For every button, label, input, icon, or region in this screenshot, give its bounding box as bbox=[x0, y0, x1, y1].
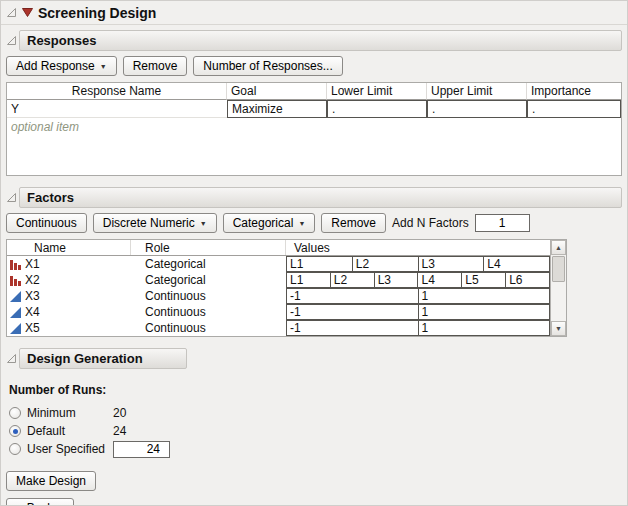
radio-label: User Specified bbox=[27, 442, 113, 456]
factor-name[interactable]: X3 bbox=[25, 289, 40, 303]
add-n-factors-input[interactable] bbox=[475, 214, 530, 232]
factor-role[interactable]: Continuous bbox=[131, 288, 286, 304]
disclosure-icon[interactable] bbox=[6, 35, 17, 46]
disclosure-icon[interactable] bbox=[6, 192, 17, 203]
factor-role[interactable]: Categorical bbox=[131, 272, 286, 288]
screening-design-window: Screening Design Responses Add Response … bbox=[0, 0, 628, 506]
factor-value-cell[interactable]: L3 bbox=[374, 272, 419, 288]
add-n-factors-label: Add N Factors bbox=[392, 216, 469, 230]
design-generation-section: Design Generation Number of Runs: Minimu… bbox=[1, 337, 627, 506]
number-of-responses-button[interactable]: Number of Responses... bbox=[193, 56, 342, 76]
factor-value-cell[interactable]: L1 bbox=[286, 272, 331, 288]
remove-response-button[interactable]: Remove bbox=[123, 56, 188, 76]
factor-value-cell[interactable]: -1 bbox=[286, 320, 419, 336]
minimum-runs-value: 20 bbox=[113, 406, 153, 420]
disclosure-icon[interactable] bbox=[6, 7, 17, 18]
design-generation-header[interactable]: Design Generation bbox=[19, 348, 187, 369]
radio-option-default[interactable]: Default 24 bbox=[9, 422, 622, 440]
chevron-down-icon: ▼ bbox=[200, 220, 207, 227]
factor-value-cell[interactable]: L1 bbox=[286, 256, 353, 272]
optional-item-row[interactable]: optional item bbox=[7, 118, 621, 135]
continuous-button[interactable]: Continuous bbox=[6, 213, 87, 233]
radio-option-minimum[interactable]: Minimum 20 bbox=[9, 404, 622, 422]
response-goal-cell[interactable]: Maximize bbox=[227, 100, 327, 118]
continuous-icon bbox=[10, 323, 21, 334]
factors-header[interactable]: Factors bbox=[19, 187, 622, 208]
column-header-role: Role bbox=[131, 240, 286, 255]
titlebar: Screening Design bbox=[1, 1, 627, 25]
red-triangle-menu-icon[interactable] bbox=[22, 8, 33, 17]
response-lower-limit-cell[interactable]: . bbox=[327, 100, 427, 118]
continuous-icon bbox=[10, 291, 21, 302]
factor-value-cell[interactable]: -1 bbox=[286, 288, 419, 304]
factor-role[interactable]: Categorical bbox=[131, 256, 286, 272]
factor-row: X1 Categorical L1 L2 L3 L4 bbox=[7, 256, 550, 272]
column-header-importance: Importance bbox=[527, 83, 621, 100]
radio-button[interactable] bbox=[9, 443, 21, 455]
factor-value-cell[interactable]: 1 bbox=[418, 320, 551, 336]
factor-row: X2 Categorical L1 L2 L3 L4 L5 L6 bbox=[7, 272, 550, 288]
factor-name[interactable]: X5 bbox=[25, 321, 40, 335]
factor-value-cell[interactable]: -1 bbox=[286, 304, 419, 320]
disclosure-icon[interactable] bbox=[6, 353, 17, 364]
factor-name[interactable]: X2 bbox=[25, 273, 40, 287]
factor-row: X3 Continuous -1 1 bbox=[7, 288, 550, 304]
column-header-response-name: Response Name bbox=[7, 83, 227, 100]
responses-table: Response Name Goal Lower Limit Upper Lim… bbox=[6, 82, 622, 176]
factor-name[interactable]: X1 bbox=[25, 257, 40, 271]
radio-button[interactable] bbox=[9, 407, 21, 419]
categorical-icon bbox=[10, 275, 21, 286]
radio-option-user-specified[interactable]: User Specified bbox=[9, 440, 622, 458]
categorical-icon bbox=[10, 259, 21, 270]
factors-scrollbar[interactable]: ▲ ▼ bbox=[550, 240, 566, 336]
add-response-button[interactable]: Add Response ▼ bbox=[6, 56, 117, 76]
page-title: Screening Design bbox=[38, 5, 156, 21]
remove-factor-button[interactable]: Remove bbox=[321, 213, 386, 233]
scroll-down-button[interactable]: ▼ bbox=[551, 321, 566, 336]
scrollbar-thumb[interactable] bbox=[552, 256, 565, 282]
back-button[interactable]: Back bbox=[6, 498, 74, 506]
chevron-down-icon: ▼ bbox=[100, 63, 107, 70]
response-importance-cell[interactable]: . bbox=[527, 100, 621, 118]
factors-table: Name Role Values X1 Categorical L1 bbox=[6, 239, 567, 337]
radio-label: Default bbox=[27, 424, 113, 438]
responses-section: Responses Add Response ▼ Remove Number o… bbox=[1, 25, 627, 176]
column-header-upper-limit: Upper Limit bbox=[427, 83, 527, 100]
factor-value-cell[interactable]: L4 bbox=[417, 272, 462, 288]
factors-section: Factors Continuous Discrete Numeric ▼ Ca… bbox=[1, 176, 627, 337]
factor-value-cell[interactable]: 1 bbox=[418, 304, 551, 320]
continuous-icon bbox=[10, 307, 21, 318]
factor-value-cell[interactable]: L6 bbox=[505, 272, 550, 288]
responses-table-empty-area bbox=[7, 135, 621, 175]
column-header-goal: Goal bbox=[227, 83, 327, 100]
factor-value-cell[interactable]: L2 bbox=[352, 256, 419, 272]
default-runs-value: 24 bbox=[113, 424, 153, 438]
radio-button-selected[interactable] bbox=[9, 425, 21, 437]
factor-value-cell[interactable]: L3 bbox=[418, 256, 485, 272]
factor-row: X5 Continuous -1 1 bbox=[7, 320, 550, 336]
factor-value-cell[interactable]: 1 bbox=[418, 288, 551, 304]
factor-role[interactable]: Continuous bbox=[131, 320, 286, 336]
factor-role[interactable]: Continuous bbox=[131, 304, 286, 320]
factor-value-cell[interactable]: L4 bbox=[483, 256, 550, 272]
column-header-lower-limit: Lower Limit bbox=[327, 83, 427, 100]
column-header-values: Values bbox=[286, 240, 550, 255]
factor-row: X4 Continuous -1 1 bbox=[7, 304, 550, 320]
response-name-cell[interactable]: Y bbox=[7, 100, 227, 118]
factor-name[interactable]: X4 bbox=[25, 305, 40, 319]
factor-value-cell[interactable]: L5 bbox=[461, 272, 506, 288]
user-specified-runs-input[interactable] bbox=[113, 441, 170, 458]
chevron-down-icon: ▼ bbox=[298, 220, 305, 227]
number-of-runs-label: Number of Runs: bbox=[9, 383, 622, 397]
factor-value-cell[interactable]: L2 bbox=[330, 272, 375, 288]
categorical-button[interactable]: Categorical ▼ bbox=[223, 213, 316, 233]
responses-header[interactable]: Responses bbox=[19, 30, 622, 51]
discrete-numeric-button[interactable]: Discrete Numeric ▼ bbox=[93, 213, 217, 233]
scroll-up-button[interactable]: ▲ bbox=[551, 240, 566, 255]
response-upper-limit-cell[interactable]: . bbox=[427, 100, 527, 118]
radio-label: Minimum bbox=[27, 406, 113, 420]
column-header-name: Name bbox=[7, 240, 131, 255]
make-design-button[interactable]: Make Design bbox=[6, 471, 96, 491]
